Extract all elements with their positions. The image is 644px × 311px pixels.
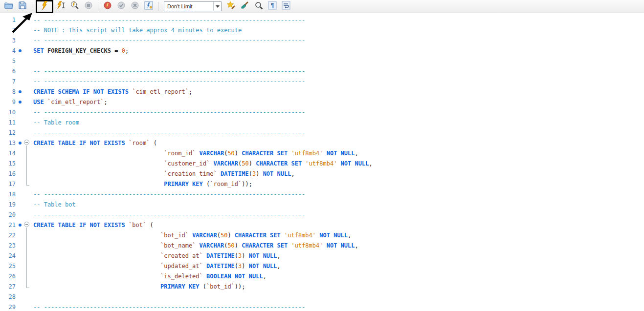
code-line[interactable]: 22 `bot_id` VARCHAR(50) CHARACTER SET 'u… [0, 230, 644, 240]
code-line[interactable]: 16 `creation_time` DATETIME(3) NOT NULL, [0, 168, 644, 179]
code-line[interactable]: 5 [0, 56, 644, 66]
statement-dot-icon [19, 90, 22, 93]
code-text: `is_deleted` BOOLEAN NOT NULL, [31, 273, 266, 280]
code-line[interactable]: 7-- ------------------------------------… [0, 76, 644, 86]
fold-indicator [23, 66, 31, 76]
code-line[interactable]: 8CREATE SCHEMA IF NOT EXISTS `cim_etl_re… [0, 86, 644, 97]
code-line[interactable]: 24 `created_at` DATETIME(3) NOT NULL, [0, 250, 644, 261]
fold-indicator [23, 250, 31, 261]
wrap-text-icon [282, 1, 290, 12]
execute-current-statement-button[interactable] [55, 1, 67, 12]
code-text: CREATE SCHEMA IF NOT EXISTS `cim_etl_rep… [31, 88, 192, 95]
code-text: -- -------------------------------------… [31, 191, 305, 198]
code-line[interactable]: 26 `is_deleted` BOOLEAN NOT NULL, [0, 271, 644, 281]
line-number: 21 [0, 222, 17, 228]
collapse-minus-icon[interactable] [24, 140, 29, 145]
fold-indicator [23, 97, 31, 107]
fold-indicator [23, 302, 31, 311]
code-line[interactable]: 25 `updated_at` DATETIME(3) NOT NULL, [0, 261, 644, 271]
code-line[interactable]: 12-- -----------------------------------… [0, 127, 644, 138]
fold-indicator [23, 107, 31, 117]
code-text: -- -------------------------------------… [31, 78, 305, 85]
code-text: -- Table bot [31, 201, 76, 208]
stop-on-error-icon [104, 1, 111, 11]
commit-button[interactable] [115, 1, 127, 12]
beautify-script-button[interactable] [225, 1, 237, 12]
fold-indicator [23, 148, 31, 158]
collapse-minus-icon[interactable] [24, 222, 29, 227]
code-line[interactable]: 10-- -----------------------------------… [0, 107, 644, 117]
code-text: `updated_at` DATETIME(3) NOT NULL, [31, 263, 281, 270]
code-line[interactable]: 6-- ------------------------------------… [0, 66, 644, 76]
fold-indicator[interactable] [23, 138, 31, 148]
code-line[interactable]: 17 PRIMARY KEY (`room_id`)); [0, 179, 644, 189]
save-script-button[interactable] [17, 1, 28, 12]
find-button[interactable] [253, 1, 265, 12]
fold-indicator [23, 56, 31, 66]
fold-indicator [23, 271, 31, 281]
star-pen-icon [227, 1, 236, 12]
statement-marker [17, 142, 23, 145]
fold-indicator [23, 15, 31, 25]
fold-indicator [23, 127, 31, 138]
code-line[interactable]: 9USE `cim_etl_report`; [0, 97, 644, 107]
sql-code-editor[interactable]: 1-- ------------------------------------… [0, 13, 644, 311]
code-text: -- -------------------------------------… [31, 304, 305, 311]
fold-indicator [23, 199, 31, 209]
code-text: -- Table room [31, 119, 79, 126]
commit-check-icon [117, 1, 125, 11]
fold-indicator [23, 117, 31, 127]
explain-plan-button[interactable] [69, 1, 81, 12]
code-line[interactable]: 20-- -----------------------------------… [0, 209, 644, 220]
statement-dot-icon [19, 49, 22, 52]
code-text: -- -------------------------------------… [31, 17, 305, 23]
code-line[interactable]: 13CREATE TABLE IF NOT EXISTS `room` ( [0, 138, 644, 148]
code-line[interactable]: 19-- Table bot [0, 199, 644, 209]
code-line[interactable]: 21CREATE TABLE IF NOT EXISTS `bot` ( [0, 220, 644, 230]
code-line[interactable]: 2-- NOTE : This script will take approx … [0, 25, 644, 35]
toggle-stop-on-error-button[interactable] [102, 1, 113, 12]
sql-editor-toolbar: Don't Limit ¶ [0, 0, 644, 13]
code-line[interactable]: 15 `customer_id` VARCHAR(50) CHARACTER S… [0, 158, 644, 168]
statement-marker [17, 101, 23, 104]
code-text: PRIMARY KEY (`room_id`)); [31, 181, 252, 187]
fold-indicator [23, 35, 31, 45]
statement-dot-icon [19, 142, 22, 145]
fold-indicator [23, 209, 31, 220]
execute-script-button[interactable] [39, 1, 50, 12]
code-line[interactable]: 1-- ------------------------------------… [0, 15, 644, 25]
code-line[interactable]: 27 PRIMARY KEY (`bot_id`)); [0, 281, 644, 291]
code-line[interactable]: 23 `bot_name` VARCHAR(50) CHARACTER SET … [0, 240, 644, 250]
line-number: 6 [0, 68, 17, 75]
fold-indicator [23, 281, 31, 291]
code-text: -- -------------------------------------… [31, 211, 305, 218]
dropdown-caret[interactable] [213, 2, 221, 11]
code-text: USE `cim_etl_report`; [31, 99, 108, 105]
code-line[interactable]: 29-- -----------------------------------… [0, 302, 644, 311]
line-number: 14 [0, 150, 17, 157]
annotation-highlight-box [36, 0, 53, 13]
open-script-button[interactable] [3, 1, 15, 12]
code-line[interactable]: 18-- -----------------------------------… [0, 189, 644, 199]
code-line[interactable]: 14 `room_id` VARCHAR(50) CHARACTER SET '… [0, 148, 644, 158]
line-number: 17 [0, 181, 17, 187]
code-text: -- -------------------------------------… [31, 68, 305, 75]
stop-button[interactable] [83, 1, 94, 12]
toggle-autocommit-button[interactable] [143, 1, 155, 12]
code-text: `room_id` VARCHAR(50) CHARACTER SET 'utf… [31, 150, 358, 157]
toggle-invisible-characters-button[interactable]: ¶ [266, 1, 278, 12]
code-line[interactable]: 3-- ------------------------------------… [0, 35, 644, 45]
toggle-word-wrap-button[interactable] [280, 1, 292, 12]
code-line[interactable]: 28 [0, 291, 644, 302]
code-text: `created_at` DATETIME(3) NOT NULL, [31, 252, 281, 259]
rollback-x-icon [131, 1, 139, 11]
fold-indicator [23, 240, 31, 250]
line-number: 20 [0, 211, 17, 218]
code-line[interactable]: 4SET FOREIGN_KEY_CHECKS = 0; [0, 45, 644, 56]
code-line[interactable]: 11-- Table room [0, 117, 644, 127]
limit-rows-dropdown[interactable]: Don't Limit [164, 1, 222, 11]
rollback-button[interactable] [129, 1, 141, 12]
clear-query-button[interactable] [239, 1, 251, 12]
fold-indicator[interactable] [23, 220, 31, 230]
code-text: -- -------------------------------------… [31, 37, 305, 44]
